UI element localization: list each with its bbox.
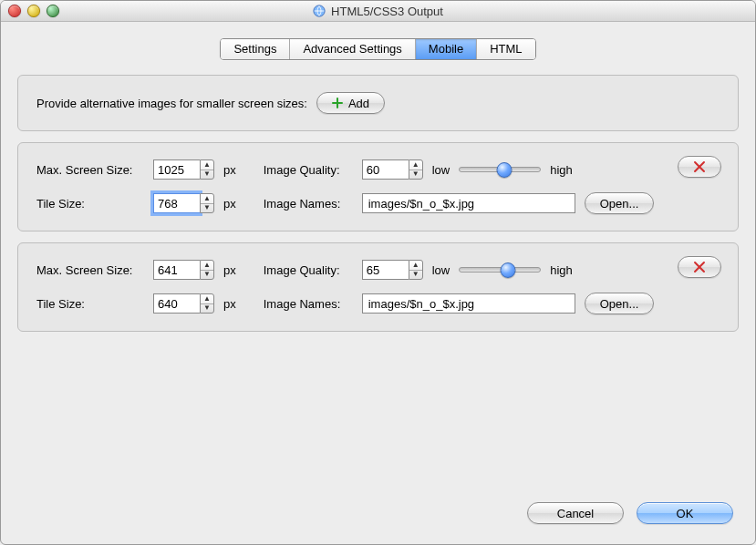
add-button-label: Add (348, 97, 369, 110)
tile-size-up[interactable]: ▲ (201, 194, 213, 204)
alt-images-header-panel: Provide alternative images for smaller s… (17, 75, 739, 131)
tile-size-label: Tile Size: (36, 297, 144, 311)
image-names-input[interactable] (362, 293, 575, 314)
max-screen-size-label: Max. Screen Size: (36, 163, 144, 177)
plus-icon (332, 98, 343, 108)
dialog-footer: Cancel OK (17, 493, 739, 535)
max-screen-size-stepper[interactable]: ▲ ▼ (153, 159, 214, 180)
max-screen-size-up[interactable]: ▲ (201, 261, 213, 271)
delete-breakpoint-button[interactable] (678, 156, 721, 178)
app-icon (313, 5, 326, 17)
tile-size-down[interactable]: ▼ (201, 204, 213, 213)
max-screen-size-down[interactable]: ▼ (201, 170, 213, 180)
open-button-label: Open... (600, 197, 639, 211)
ok-button-label: OK (677, 507, 694, 520)
max-screen-size-stepper[interactable]: ▲ ▼ (153, 260, 214, 280)
titlebar: HTML5/CSS3 Output (1, 1, 755, 22)
max-screen-size-label: Max. Screen Size: (36, 263, 144, 277)
max-screen-size-input[interactable] (153, 159, 200, 180)
breakpoint-panel: Max. Screen Size: ▲ ▼ px Image Quality: … (17, 242, 739, 332)
image-quality-arrows[interactable]: ▲ ▼ (409, 159, 423, 180)
max-screen-size-up[interactable]: ▲ (201, 160, 213, 170)
image-quality-input[interactable] (362, 260, 409, 280)
cancel-button-label: Cancel (557, 507, 594, 520)
image-quality-down[interactable]: ▼ (409, 170, 422, 180)
tile-size-arrows[interactable]: ▲ ▼ (200, 193, 214, 213)
px-unit: px (223, 263, 236, 277)
tile-size-arrows[interactable]: ▲ ▼ (200, 293, 214, 314)
image-quality-up[interactable]: ▲ (409, 261, 422, 271)
image-quality-arrows[interactable]: ▲ ▼ (409, 260, 423, 280)
close-window-button[interactable] (8, 5, 21, 17)
delete-breakpoint-button[interactable] (678, 256, 721, 278)
breakpoint-panel: Max. Screen Size: ▲ ▼ px Image Quality: … (17, 142, 739, 231)
image-quality-slider[interactable] (459, 262, 541, 277)
dialog-window: HTML5/CSS3 Output SettingsAdvanced Setti… (0, 0, 756, 545)
tab-html[interactable]: HTML (477, 39, 534, 59)
image-quality-stepper[interactable]: ▲ ▼ (362, 159, 423, 180)
tab-settings[interactable]: Settings (221, 39, 290, 59)
image-names-label: Image Names: (264, 297, 353, 311)
image-names-input[interactable] (362, 193, 575, 213)
tile-size-stepper[interactable]: ▲ ▼ (153, 293, 214, 314)
ok-button[interactable]: OK (637, 502, 733, 524)
dialog-content: SettingsAdvanced SettingsMobileHTML Prov… (1, 22, 755, 544)
tile-size-input[interactable] (153, 193, 200, 213)
tab-bar: SettingsAdvanced SettingsMobileHTML (17, 38, 739, 60)
tile-size-input[interactable] (153, 293, 200, 314)
max-screen-size-arrows[interactable]: ▲ ▼ (200, 159, 214, 180)
open-button[interactable]: Open... (585, 192, 655, 214)
image-quality-input[interactable] (362, 159, 409, 180)
image-quality-stepper[interactable]: ▲ ▼ (362, 260, 423, 280)
slider-high-label: high (550, 263, 573, 277)
image-quality-label: Image Quality: (264, 163, 353, 177)
open-button[interactable]: Open... (585, 293, 655, 314)
tile-size-label: Tile Size: (36, 197, 144, 211)
window-title: HTML5/CSS3 Output (331, 5, 443, 18)
image-names-label: Image Names: (264, 197, 353, 211)
image-quality-slider[interactable] (459, 162, 541, 177)
px-unit: px (223, 163, 236, 177)
slider-low-label: low (432, 163, 450, 177)
zoom-window-button[interactable] (47, 5, 59, 17)
window-controls (8, 5, 59, 17)
image-quality-down[interactable]: ▼ (409, 271, 422, 280)
alt-images-prompt: Provide alternative images for smaller s… (36, 97, 307, 110)
tile-size-stepper[interactable]: ▲ ▼ (153, 193, 214, 213)
tile-size-up[interactable]: ▲ (201, 294, 213, 304)
slider-low-label: low (432, 263, 450, 277)
max-screen-size-arrows[interactable]: ▲ ▼ (200, 260, 214, 280)
max-screen-size-down[interactable]: ▼ (201, 271, 213, 280)
tile-size-down[interactable]: ▼ (201, 304, 213, 314)
add-button[interactable]: Add (316, 92, 385, 114)
max-screen-size-input[interactable] (153, 260, 200, 280)
slider-high-label: high (550, 163, 573, 177)
px-unit: px (223, 197, 236, 211)
image-quality-label: Image Quality: (264, 263, 353, 277)
image-quality-up[interactable]: ▲ (409, 160, 422, 170)
cancel-button[interactable]: Cancel (527, 502, 624, 524)
tab-mobile[interactable]: Mobile (416, 39, 477, 59)
close-icon (693, 160, 706, 173)
open-button-label: Open... (600, 297, 639, 311)
close-icon (693, 261, 706, 273)
tab-advanced-settings[interactable]: Advanced Settings (290, 39, 415, 59)
minimize-window-button[interactable] (27, 5, 40, 17)
px-unit: px (223, 297, 236, 311)
